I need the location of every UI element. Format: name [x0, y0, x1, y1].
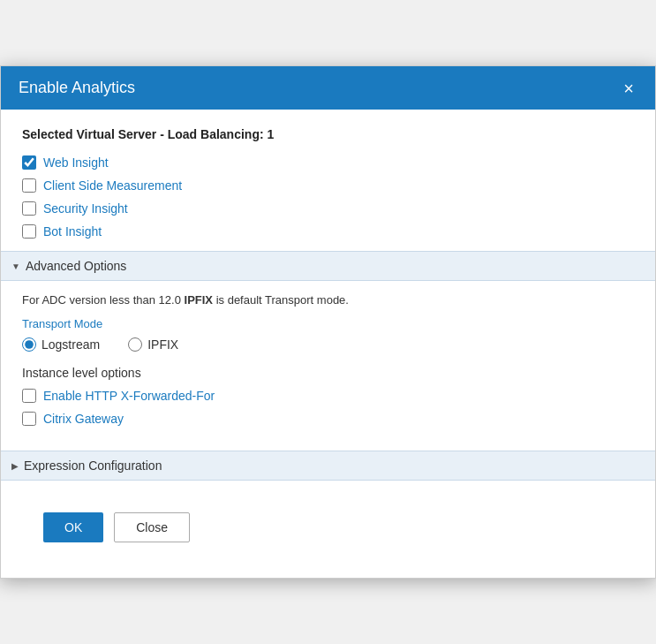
- ok-button[interactable]: OK: [43, 512, 103, 542]
- selected-server-label: Selected Virtual Server - Load Balancing…: [22, 127, 634, 141]
- client-side-checkbox[interactable]: [22, 178, 36, 193]
- dialog-body: Selected Virtual Server - Load Balancing…: [1, 110, 655, 578]
- logstream-radio-option: Logstream: [22, 337, 100, 352]
- client-side-label[interactable]: Client Side Measurement: [43, 178, 182, 193]
- info-text-suffix: is default Transport mode.: [213, 293, 349, 307]
- dialog-header: Enable Analytics ×: [1, 66, 655, 110]
- security-insight-checkbox[interactable]: [22, 201, 36, 216]
- checkbox-row-web-insight: Web Insight: [22, 155, 634, 170]
- citrix-gateway-label[interactable]: Citrix Gateway: [43, 412, 124, 426]
- advanced-options-section-header[interactable]: ▼ Advanced Options: [1, 251, 655, 281]
- checkbox-row-bot-insight: Bot Insight: [22, 224, 634, 239]
- transport-mode-label: Transport Mode: [22, 317, 634, 330]
- security-insight-label[interactable]: Security Insight: [43, 201, 128, 216]
- logstream-label[interactable]: Logstream: [41, 337, 100, 352]
- enable-analytics-dialog: Enable Analytics × Selected Virtual Serv…: [0, 65, 656, 579]
- web-insight-label[interactable]: Web Insight: [43, 155, 109, 170]
- instance-options-label: Instance level options: [22, 366, 634, 380]
- expression-config-section-header[interactable]: ▶ Expression Configuration: [1, 451, 655, 481]
- http-xfwd-checkbox[interactable]: [22, 389, 36, 403]
- checkbox-row-http-xfwd: Enable HTTP X-Forwarded-For: [22, 389, 634, 403]
- bot-insight-label[interactable]: Bot Insight: [43, 224, 102, 239]
- logstream-radio[interactable]: [22, 337, 36, 352]
- advanced-options-content: For ADC version less than 12.0 IPFIX is …: [22, 281, 634, 438]
- advanced-options-label: Advanced Options: [26, 259, 126, 273]
- dialog-close-button[interactable]: ×: [620, 80, 637, 97]
- advanced-options-arrow-icon: ▼: [11, 261, 20, 271]
- web-insight-checkbox[interactable]: [22, 155, 36, 170]
- info-text: For ADC version less than 12.0 IPFIX is …: [22, 293, 634, 307]
- close-button[interactable]: Close: [114, 512, 190, 542]
- checkbox-row-citrix-gateway: Citrix Gateway: [22, 412, 634, 426]
- expression-config-label: Expression Configuration: [24, 458, 162, 473]
- transport-mode-radios: Logstream IPFIX: [22, 337, 634, 352]
- checkbox-row-security-insight: Security Insight: [22, 201, 634, 216]
- bot-insight-checkbox[interactable]: [22, 224, 36, 239]
- citrix-gateway-checkbox[interactable]: [22, 412, 36, 426]
- info-text-prefix: For ADC version less than 12.0: [22, 293, 185, 307]
- http-xfwd-label[interactable]: Enable HTTP X-Forwarded-For: [43, 389, 215, 403]
- dialog-footer: OK Close: [22, 498, 634, 560]
- dialog-title: Enable Analytics: [19, 79, 135, 97]
- ipfix-radio-option: IPFIX: [128, 337, 178, 352]
- info-text-bold: IPFIX: [185, 293, 214, 307]
- expression-config-arrow-icon: ▶: [11, 461, 19, 471]
- ipfix-label[interactable]: IPFIX: [147, 337, 178, 352]
- ipfix-radio[interactable]: [128, 337, 142, 352]
- checkbox-row-client-side: Client Side Measurement: [22, 178, 634, 193]
